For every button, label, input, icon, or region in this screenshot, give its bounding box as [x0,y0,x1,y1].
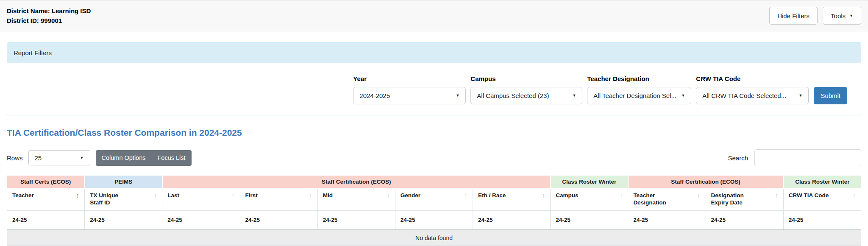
report-title: TIA Certification/Class Roster Compariso… [7,128,861,138]
year-select[interactable]: 2024-2025▼ [353,87,466,104]
column-label: First [245,192,258,199]
table-toolbar: Rows 25 ▼ Column Options Focus List Sear… [7,149,861,166]
group-header-class-roster-winter: Class Roster Winter [783,176,861,188]
sort-ascending-icon: ↑ [387,192,390,199]
year-filter-cell-designation-expiry-date: 24-25 [706,210,783,230]
focus-list-button[interactable]: Focus List [151,150,191,166]
group-header-staff-certs-ecos: Staff Certs (ECOS) [7,176,85,188]
column-header-designation-expiry-date[interactable]: Designation Expiry Date↑ [706,188,783,210]
search-label: Search [728,154,748,162]
teacher-designation-label: Teacher Designation [587,75,691,82]
campus-select[interactable]: All Campus Selected (23)▼ [470,87,582,104]
crw-tia-code-selected-value: All CRW TIA Code Selected... [702,92,786,99]
sort-ascending-icon: ↑ [465,192,468,199]
no-data-message: No data found [7,230,861,246]
column-header-campus[interactable]: Campus↑ [551,188,628,210]
teacher-designation-selected-value: All Teacher Designation Sel... [593,92,676,99]
empty-row: No data found [7,230,861,246]
column-header-teacher-designation[interactable]: Teacher Designation↑ [628,188,706,210]
column-label: CRW TIA Code [789,192,829,199]
submit-button[interactable]: Submit [814,87,847,104]
group-header-staff-certification-ecos: Staff Certification (ECOS) [162,176,551,188]
group-header-staff-certification-ecos: Staff Certification (ECOS) [628,176,783,188]
sort-ascending-icon: ↑ [853,192,856,199]
crw-tia-code-select[interactable]: All CRW TIA Code Selected...▼ [696,87,809,104]
header-actions: Hide Filters Tools ▼ [769,7,861,25]
caret-down-icon: ▼ [80,156,84,160]
column-header-last[interactable]: Last↑ [162,188,240,210]
toolbar-right: Search [728,149,861,166]
column-options-button[interactable]: Column Options [96,150,152,166]
sort-ascending-icon: ↑ [542,192,545,199]
app-header: District Name: Learning ISD District ID:… [0,0,868,31]
sort-ascending-icon: ↑ [231,192,235,199]
tools-button-label: Tools [831,12,846,20]
year-filter-cell-crw-tia-code: 24-25 [783,210,861,230]
hide-filters-button[interactable]: Hide Filters [769,7,818,25]
column-header-mid[interactable]: Mid↑ [317,188,395,210]
filter-groups: Year2024-2025▼CampusAll Campus Selected … [353,75,809,104]
year-filter-cell-eth-race: 24-25 [473,210,551,230]
year-filter-cell-teacher-designation: 24-25 [628,210,706,230]
column-label: Campus [556,192,578,199]
sort-ascending-icon: ↑ [154,192,157,199]
group-header-peims: PEIMS [85,176,162,188]
caret-down-icon: ▼ [572,94,576,98]
year-filter-cell-last: 24-25 [162,210,240,230]
year-label: Year [353,75,466,82]
main-content: Report Filters Year2024-2025▼CampusAll C… [0,42,868,246]
report-filters-body: Year2024-2025▼CampusAll Campus Selected … [7,63,861,115]
group-header-class-roster-winter: Class Roster Winter [551,176,628,188]
column-label: Last [167,192,179,199]
table-actions-group: Column Options Focus List [96,150,192,166]
column-header-teacher[interactable]: Teacher↑ [7,188,85,210]
year-filter-cell-first: 24-25 [240,210,317,230]
rows-per-page-select[interactable]: 25 ▼ [28,150,90,165]
year-filter-cell-gender: 24-25 [395,210,473,230]
column-label: Designation Expiry Date [711,192,748,206]
crw-tia-code-label: CRW TIA Code [696,75,809,82]
sort-ascending-icon: ↑ [309,192,312,199]
district-name: District Name: Learning ISD [7,6,91,16]
district-id: District ID: 999001 [7,16,91,25]
column-label: Teacher Designation [633,192,670,206]
caret-down-icon: ▼ [798,94,802,98]
crw-tia-code-filter-group: CRW TIA CodeAll CRW TIA Code Selected...… [696,75,809,104]
column-label: TX Unique Staff ID [90,192,126,206]
report-filters-header: Report Filters [7,43,861,63]
tools-button[interactable]: Tools ▼ [823,7,861,25]
report-filters-panel: Report Filters Year2024-2025▼CampusAll C… [7,42,861,115]
column-header-gender[interactable]: Gender↑ [395,188,473,210]
rows-per-page-value: 25 [35,154,42,162]
year-filter-cell-tx-unique-staff-id: 24-25 [85,210,162,230]
year-filter-cell-mid: 24-25 [317,210,395,230]
column-header-first[interactable]: First↑ [240,188,317,210]
year-filter-cell-teacher: 24-25 [7,210,85,230]
teacher-designation-filter-group: Teacher DesignationAll Teacher Designati… [587,75,691,104]
column-header-eth-race[interactable]: Eth / Race↑ [473,188,551,210]
toolbar-left: Rows 25 ▼ Column Options Focus List [7,150,192,166]
year-filter-row: 24-2524-2524-2524-2524-2524-2524-2524-25… [7,210,861,230]
sort-ascending-icon: ↑ [620,192,623,199]
year-filter-cell-campus: 24-25 [551,210,628,230]
rows-label: Rows [7,154,23,162]
year-selected-value: 2024-2025 [359,92,390,99]
district-info: District Name: Learning ISD District ID:… [7,6,91,25]
caret-down-icon: ▼ [681,94,685,98]
column-header-row: Teacher↑TX Unique Staff ID↑Last↑First↑Mi… [7,188,861,210]
caret-down-icon: ▼ [456,94,459,98]
year-filter-group: Year2024-2025▼ [353,75,466,104]
column-label: Mid [323,192,333,199]
column-label: Gender [401,192,420,199]
sort-ascending-icon: ↑ [697,192,701,199]
comparison-table: Staff Certs (ECOS)PEIMSStaff Certificati… [7,176,861,246]
teacher-designation-select[interactable]: All Teacher Designation Sel...▼ [587,87,691,104]
search-input[interactable] [754,149,861,166]
column-label: Teacher [12,192,34,199]
campus-filter-group: CampusAll Campus Selected (23)▼ [470,75,582,104]
sort-ascending-icon: ↑ [775,192,778,199]
column-header-tx-unique-staff-id[interactable]: TX Unique Staff ID↑ [85,188,162,210]
caret-down-icon: ▼ [849,14,853,18]
campus-selected-value: All Campus Selected (23) [477,92,549,99]
column-header-crw-tia-code[interactable]: CRW TIA Code↑ [783,188,861,210]
